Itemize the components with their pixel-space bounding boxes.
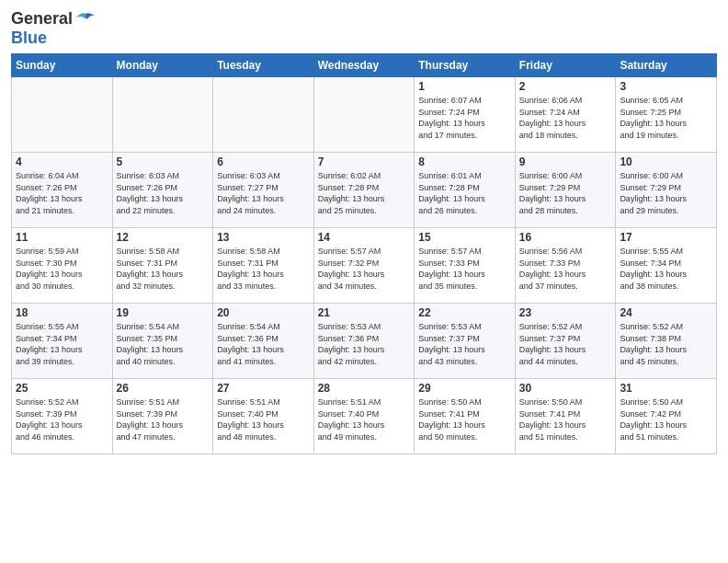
day-number: 9 (519, 155, 612, 168)
calendar-body: 1Sunrise: 6:07 AM Sunset: 7:24 PM Daylig… (12, 77, 717, 454)
day-cell (313, 77, 415, 153)
day-info: Sunrise: 6:01 AM Sunset: 7:28 PM Dayligh… (418, 170, 511, 216)
calendar-table: SundayMondayTuesdayWednesdayThursdayFrid… (11, 53, 717, 454)
day-cell: 27Sunrise: 5:51 AM Sunset: 7:40 PM Dayli… (213, 379, 314, 454)
logo: General Blue (11, 9, 95, 48)
week-row-5: 25Sunrise: 5:52 AM Sunset: 7:39 PM Dayli… (12, 379, 717, 454)
header-row: SundayMondayTuesdayWednesdayThursdayFrid… (12, 54, 717, 77)
week-row-3: 11Sunrise: 5:59 AM Sunset: 7:30 PM Dayli… (12, 228, 717, 304)
day-number: 13 (217, 231, 310, 244)
day-number: 7 (318, 155, 411, 168)
day-number: 14 (318, 231, 411, 244)
day-number: 21 (318, 306, 411, 319)
day-info: Sunrise: 5:53 AM Sunset: 7:37 PM Dayligh… (418, 321, 511, 367)
day-number: 28 (318, 382, 411, 395)
day-cell (213, 77, 314, 153)
day-info: Sunrise: 6:00 AM Sunset: 7:29 PM Dayligh… (519, 170, 612, 216)
day-info: Sunrise: 5:54 AM Sunset: 7:36 PM Dayligh… (217, 321, 310, 367)
day-number: 30 (519, 382, 612, 395)
day-number: 11 (16, 231, 108, 244)
logo-general-text: General (11, 9, 73, 29)
day-info: Sunrise: 5:53 AM Sunset: 7:36 PM Dayligh… (318, 321, 411, 367)
day-info: Sunrise: 6:04 AM Sunset: 7:26 PM Dayligh… (16, 170, 108, 216)
day-info: Sunrise: 5:51 AM Sunset: 7:39 PM Dayligh… (117, 396, 210, 442)
day-cell: 9Sunrise: 6:00 AM Sunset: 7:29 PM Daylig… (515, 153, 616, 228)
header-cell-tuesday: Tuesday (213, 54, 314, 77)
day-info: Sunrise: 6:03 AM Sunset: 7:27 PM Dayligh… (217, 170, 310, 216)
day-cell: 16Sunrise: 5:56 AM Sunset: 7:33 PM Dayli… (515, 228, 616, 304)
day-number: 12 (117, 231, 210, 244)
header-cell-thursday: Thursday (415, 54, 516, 77)
day-cell: 8Sunrise: 6:01 AM Sunset: 7:28 PM Daylig… (415, 153, 516, 228)
day-info: Sunrise: 5:55 AM Sunset: 7:34 PM Dayligh… (620, 246, 712, 292)
day-number: 23 (519, 306, 612, 319)
day-cell: 30Sunrise: 5:50 AM Sunset: 7:41 PM Dayli… (515, 379, 616, 454)
day-number: 18 (16, 306, 108, 319)
day-cell: 5Sunrise: 6:03 AM Sunset: 7:26 PM Daylig… (112, 153, 213, 228)
day-cell: 4Sunrise: 6:04 AM Sunset: 7:26 PM Daylig… (12, 153, 113, 228)
day-cell: 19Sunrise: 5:54 AM Sunset: 7:35 PM Dayli… (112, 304, 213, 379)
day-cell: 10Sunrise: 6:00 AM Sunset: 7:29 PM Dayli… (616, 153, 717, 228)
day-number: 19 (117, 306, 210, 319)
day-number: 31 (620, 382, 712, 395)
day-cell: 14Sunrise: 5:57 AM Sunset: 7:32 PM Dayli… (313, 228, 415, 304)
day-info: Sunrise: 5:54 AM Sunset: 7:35 PM Dayligh… (117, 321, 210, 367)
day-cell: 21Sunrise: 5:53 AM Sunset: 7:36 PM Dayli… (313, 304, 415, 379)
day-number: 10 (620, 155, 712, 168)
day-cell: 1Sunrise: 6:07 AM Sunset: 7:24 PM Daylig… (415, 77, 516, 153)
day-cell: 28Sunrise: 5:51 AM Sunset: 7:40 PM Dayli… (313, 379, 415, 454)
day-cell: 11Sunrise: 5:59 AM Sunset: 7:30 PM Dayli… (12, 228, 113, 304)
day-info: Sunrise: 5:51 AM Sunset: 7:40 PM Dayligh… (318, 396, 411, 442)
header-cell-sunday: Sunday (12, 54, 113, 77)
header: General Blue (11, 9, 717, 48)
day-cell: 2Sunrise: 6:06 AM Sunset: 7:24 AM Daylig… (515, 77, 616, 153)
day-info: Sunrise: 5:57 AM Sunset: 7:33 PM Dayligh… (418, 246, 511, 292)
day-info: Sunrise: 5:59 AM Sunset: 7:30 PM Dayligh… (16, 246, 108, 292)
day-cell: 24Sunrise: 5:52 AM Sunset: 7:38 PM Dayli… (616, 304, 717, 379)
day-number: 8 (418, 155, 511, 168)
day-number: 17 (620, 231, 712, 244)
day-number: 5 (117, 155, 210, 168)
day-info: Sunrise: 5:50 AM Sunset: 7:42 PM Dayligh… (620, 396, 712, 442)
header-cell-friday: Friday (515, 54, 616, 77)
day-cell: 23Sunrise: 5:52 AM Sunset: 7:37 PM Dayli… (515, 304, 616, 379)
day-number: 3 (620, 80, 712, 93)
day-info: Sunrise: 5:55 AM Sunset: 7:34 PM Dayligh… (16, 321, 108, 367)
day-info: Sunrise: 6:06 AM Sunset: 7:24 AM Dayligh… (519, 95, 612, 141)
day-number: 20 (217, 306, 310, 319)
day-number: 24 (620, 306, 712, 319)
day-number: 25 (16, 382, 108, 395)
day-info: Sunrise: 5:56 AM Sunset: 7:33 PM Dayligh… (519, 246, 612, 292)
day-info: Sunrise: 5:52 AM Sunset: 7:38 PM Dayligh… (620, 321, 712, 367)
day-info: Sunrise: 6:03 AM Sunset: 7:26 PM Dayligh… (117, 170, 210, 216)
day-number: 27 (217, 382, 310, 395)
day-info: Sunrise: 5:52 AM Sunset: 7:37 PM Dayligh… (519, 321, 612, 367)
day-number: 4 (16, 155, 108, 168)
page: General Blue SundayMondayTuesdayWednesda… (0, 0, 728, 563)
logo-bird-icon (76, 12, 95, 27)
week-row-1: 1Sunrise: 6:07 AM Sunset: 7:24 PM Daylig… (12, 77, 717, 153)
header-cell-saturday: Saturday (616, 54, 717, 77)
day-cell: 25Sunrise: 5:52 AM Sunset: 7:39 PM Dayli… (12, 379, 113, 454)
day-cell: 31Sunrise: 5:50 AM Sunset: 7:42 PM Dayli… (616, 379, 717, 454)
day-info: Sunrise: 6:07 AM Sunset: 7:24 PM Dayligh… (418, 95, 511, 141)
day-cell (12, 77, 113, 153)
day-cell: 13Sunrise: 5:58 AM Sunset: 7:31 PM Dayli… (213, 228, 314, 304)
day-cell: 6Sunrise: 6:03 AM Sunset: 7:27 PM Daylig… (213, 153, 314, 228)
day-cell: 12Sunrise: 5:58 AM Sunset: 7:31 PM Dayli… (112, 228, 213, 304)
day-number: 16 (519, 231, 612, 244)
day-cell: 15Sunrise: 5:57 AM Sunset: 7:33 PM Dayli… (415, 228, 516, 304)
day-info: Sunrise: 6:00 AM Sunset: 7:29 PM Dayligh… (620, 170, 712, 216)
day-cell: 22Sunrise: 5:53 AM Sunset: 7:37 PM Dayli… (415, 304, 516, 379)
day-number: 15 (418, 231, 511, 244)
day-info: Sunrise: 5:50 AM Sunset: 7:41 PM Dayligh… (418, 396, 511, 442)
day-info: Sunrise: 5:57 AM Sunset: 7:32 PM Dayligh… (318, 246, 411, 292)
day-info: Sunrise: 5:51 AM Sunset: 7:40 PM Dayligh… (217, 396, 310, 442)
day-cell (112, 77, 213, 153)
day-info: Sunrise: 5:58 AM Sunset: 7:31 PM Dayligh… (117, 246, 210, 292)
day-number: 29 (418, 382, 511, 395)
day-number: 26 (117, 382, 210, 395)
day-info: Sunrise: 5:52 AM Sunset: 7:39 PM Dayligh… (16, 396, 108, 442)
week-row-4: 18Sunrise: 5:55 AM Sunset: 7:34 PM Dayli… (12, 304, 717, 379)
day-cell: 20Sunrise: 5:54 AM Sunset: 7:36 PM Dayli… (213, 304, 314, 379)
